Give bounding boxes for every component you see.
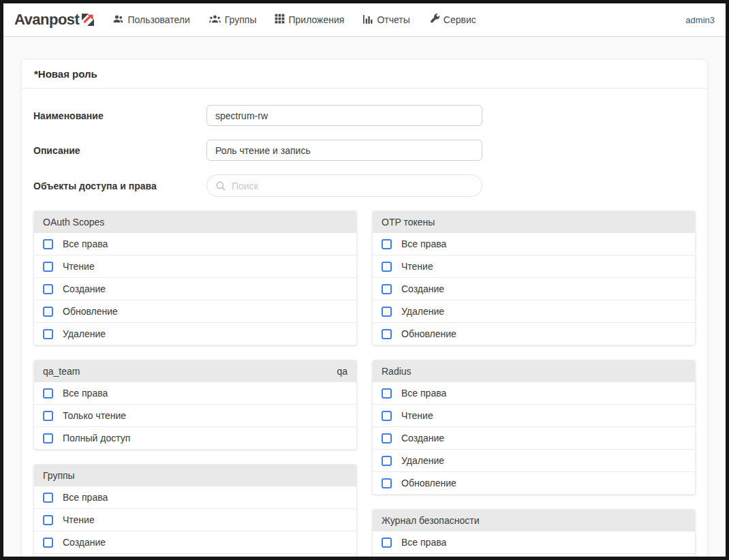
panel-header: OAuth Scopes <box>34 211 356 233</box>
checkbox[interactable] <box>382 284 392 294</box>
permission-label: Удаление <box>63 328 106 339</box>
permission-row[interactable]: Все права <box>373 233 695 255</box>
permission-label: Чтение <box>63 261 95 272</box>
app-window: Avanpost <box>0 0 729 560</box>
permission-row[interactable]: Все права <box>373 382 695 405</box>
checkbox[interactable] <box>43 239 53 249</box>
permission-label: Все права <box>63 492 108 503</box>
permission-label: Создание <box>63 537 106 548</box>
description-input[interactable] <box>206 140 482 161</box>
permission-row[interactable]: Полный доступ <box>34 427 356 449</box>
permission-row[interactable]: Все права <box>373 531 695 554</box>
panel-title: qa_team <box>43 366 80 377</box>
permission-label: Все права <box>401 537 446 548</box>
checkbox[interactable] <box>43 411 53 421</box>
current-user[interactable]: admin3 <box>685 15 715 25</box>
permission-row[interactable]: Чтение <box>373 405 695 427</box>
panel-title: OAuth Scopes <box>43 217 104 228</box>
panel-header: Radius <box>373 360 695 382</box>
search-input[interactable] <box>232 181 474 191</box>
panels-left-column: OAuth Scopes Все права Чтение <box>33 211 357 557</box>
panel-oauth-scopes: OAuth Scopes Все права Чтение <box>33 211 357 345</box>
top-navbar: Avanpost <box>3 3 726 37</box>
permission-row[interactable]: Удаление <box>373 450 695 472</box>
permission-row[interactable]: Обновление <box>373 323 695 345</box>
nav-item-label: Сервис <box>444 14 476 25</box>
checkbox[interactable] <box>43 388 53 399</box>
permission-row[interactable]: Создание <box>34 531 356 554</box>
checkbox[interactable] <box>43 538 53 548</box>
panel-title: Журнал безопасности <box>382 515 479 526</box>
checkbox[interactable] <box>382 262 392 272</box>
checkbox[interactable] <box>382 239 392 249</box>
permission-label: Обновление <box>63 306 118 317</box>
panel-header: qa_team qa <box>34 360 356 382</box>
panel-title: OTP токены <box>382 217 435 228</box>
checkbox[interactable] <box>43 493 53 503</box>
permission-row[interactable]: Чтение <box>373 554 695 557</box>
checkbox[interactable] <box>382 307 392 317</box>
permission-row[interactable]: Обновление <box>34 300 356 323</box>
panel-title: Группы <box>43 470 75 481</box>
panel-groups: Группы Все права Чтение <box>33 464 357 557</box>
checkbox[interactable] <box>43 307 53 317</box>
checkbox[interactable] <box>382 433 392 444</box>
permission-label: Все права <box>63 238 108 249</box>
permission-row[interactable]: Все права <box>34 233 356 255</box>
panels-right-column: OTP токены Все права Чтение <box>372 211 696 557</box>
permission-row[interactable]: Удаление <box>34 323 356 345</box>
wrench-icon <box>429 13 440 27</box>
permission-label: Чтение <box>401 410 433 421</box>
permission-row[interactable]: Только чтение <box>34 405 356 427</box>
panel-badge: qa <box>337 366 347 377</box>
permission-row[interactable]: Создание <box>373 427 695 450</box>
permission-row[interactable]: Удаление <box>34 554 356 557</box>
permission-label: Обновление <box>401 478 456 488</box>
permission-label: Только чтение <box>63 410 126 421</box>
permission-row[interactable]: Удаление <box>373 300 695 323</box>
panel-security-log: Журнал безопасности Все права Чтение <box>372 509 696 557</box>
panel-title: Radius <box>382 366 412 377</box>
reports-icon <box>362 14 373 27</box>
description-label: Описание <box>33 145 206 156</box>
permission-label: Создание <box>401 433 444 444</box>
permission-row[interactable]: Все права <box>34 382 356 405</box>
checkbox[interactable] <box>43 329 53 339</box>
permission-label: Удаление <box>401 306 444 317</box>
search-box[interactable] <box>206 174 482 197</box>
checkbox[interactable] <box>382 456 392 466</box>
permission-row[interactable]: Обновление <box>373 472 695 494</box>
checkbox[interactable] <box>382 411 392 421</box>
main-area: *Новая роль Наименование Описание Объект… <box>3 37 726 557</box>
permission-row[interactable]: Чтение <box>34 509 356 531</box>
permission-row[interactable]: Чтение <box>373 255 695 278</box>
nav-item-reports[interactable]: Отчеты <box>362 14 409 27</box>
nav-item-applications[interactable]: Приложения <box>275 14 344 26</box>
checkbox[interactable] <box>43 262 53 272</box>
name-label: Наименование <box>33 110 206 121</box>
permission-label: Чтение <box>401 261 433 272</box>
nav-item-users[interactable]: Пользователи <box>112 14 189 27</box>
checkbox[interactable] <box>43 284 53 294</box>
page-title: *Новая роль <box>22 60 707 89</box>
nav-item-groups[interactable]: Группы <box>208 14 257 27</box>
new-role-card: *Новая роль Наименование Описание Объект… <box>21 59 708 557</box>
panel-header: Журнал безопасности <box>373 510 695 531</box>
checkbox[interactable] <box>382 329 392 339</box>
permission-row[interactable]: Создание <box>373 278 695 300</box>
permission-label: Чтение <box>63 514 95 525</box>
checkbox[interactable] <box>382 478 392 488</box>
checkbox[interactable] <box>382 388 392 399</box>
name-input[interactable] <box>206 105 482 126</box>
nav-item-service[interactable]: Сервис <box>429 13 476 27</box>
nav-item-label: Пользователи <box>127 14 189 25</box>
avanpost-logo[interactable]: Avanpost <box>14 11 95 29</box>
permission-row[interactable]: Создание <box>34 278 356 300</box>
checkbox[interactable] <box>382 538 392 548</box>
panel-qa-team: qa_team qa Все права Только чтение <box>33 360 357 450</box>
checkbox[interactable] <box>43 433 53 444</box>
users-icon <box>112 14 124 27</box>
permission-row[interactable]: Все права <box>34 486 356 509</box>
permission-row[interactable]: Чтение <box>34 255 356 278</box>
checkbox[interactable] <box>43 515 53 525</box>
